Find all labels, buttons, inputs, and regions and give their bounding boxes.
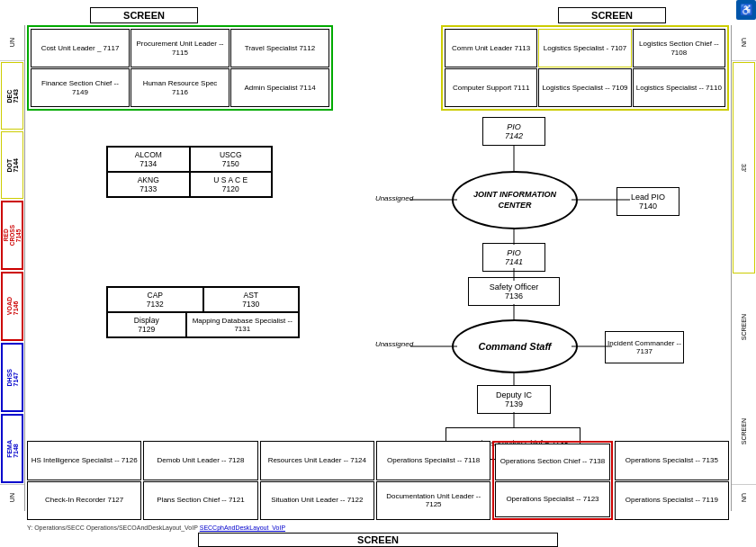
resources-unit-leader-box: Resources Unit Leader -- 7124 [260,441,374,480]
yellow-logistics-group: Comm Unit Leader 7113 Logistics Speciali… [441,25,729,111]
main-container: SCREEN SCREEN UN DEC7143 DOT7144 REDCROS… [0,0,756,547]
ast-cell: AST 7130 [203,287,300,312]
safety-officer-box: Safety Officer 7136 [468,277,560,306]
accessibility-icon[interactable]: ♿ [736,0,756,20]
hs-intelligence-box: HS Intelligence Specialist -- 7126 [27,441,141,480]
comm-unit-leader-box: Comm Unit Leader 7113 [445,29,537,67]
admin-specialist-box: Admin Specialist 7114 [230,68,329,107]
ops-section-chief-7138-box: Operations Section Chief -- 7138 [495,444,609,480]
uscg-cell: USCG 7150 [190,147,273,172]
bottom-section: HS Intelligence Specialist -- 7126 Check… [27,441,729,520]
agency-group-2: CAP 7132 AST 7130 Display 7129 Mapping D… [106,286,300,338]
ops-specialist-7118-box: Operations Specialist -- 7118 [376,441,490,480]
screen-bottom: SCREEN [198,533,558,547]
top-section: Cost Unit Leader _ 7117 Procurement Unit… [27,25,729,111]
mapping-cell: Mapping Database Specialist -- 7131 [186,312,299,337]
right-33: 33' [733,62,755,274]
bottom-group-4: Operations Specialist -- 7118 Documentat… [376,441,490,520]
ops-specialist-7119-box: Operations Specialist -- 7119 [615,481,729,521]
left-dec: DEC7143 [1,62,23,130]
left-dot: DOT7144 [1,131,23,199]
bottom-group-2: Demob Unit Leader -- 7128 Plans Section … [143,441,257,520]
agency-row-2: AKNG 7133 U S A C E 7120 [107,172,272,197]
right-screen-mid: SCREEN [732,274,756,380]
akng-cell: AKNG 7133 [107,172,190,197]
right-sidebar: UN 33' SCREEN SCREEN UN [731,25,756,511]
human-resource-spec-box: Human Resource Spec 7116 [130,68,230,107]
usace-cell: U S A C E 7120 [190,172,273,197]
footer-path: Y: Operations/SECC Operations/SECOAndDes… [27,525,285,531]
screen-top-left: SCREEN [90,7,198,23]
demob-unit-leader-box: Demob Unit Leader -- 7128 [143,441,257,480]
left-un-top: UN [0,25,24,61]
lead-pio-box: Lead PIO 7140 [616,187,680,216]
check-in-recorder-box: Check-In Recorder 7127 [27,481,141,521]
pio-7142-box: PIO 7142 [482,117,545,146]
pio-7141-box: PIO 7141 [482,243,545,272]
screen-top-right: SCREEN [558,7,666,23]
unassigned-2-label: Unassigned [367,340,421,348]
yellow-row-1: Comm Unit Leader 7113 Logistics Speciali… [445,29,725,67]
ops-specialist-7135-box: Operations Specialist -- 7135 [615,441,729,480]
green-row-1: Cost Unit Leader _ 7117 Procurement Unit… [31,29,329,67]
yellow-row-2: Computer Support 7111 Logistics Speciali… [445,68,725,107]
left-red-cross: REDCROSS7145 [1,201,23,270]
alcom-cell: ALCOM 7134 [107,147,190,172]
procurement-unit-leader-box: Procurement Unit Leader -- 7115 [130,29,230,67]
bottom-group-1: HS Intelligence Specialist -- 7126 Check… [27,441,141,520]
right-bottom: UN [732,484,756,511]
computer-support-box: Computer Support 7111 [445,68,537,107]
logistics-specialist-7109-box: Logistics Specialist -- 7109 [538,68,631,107]
green-finance-group: Cost Unit Leader _ 7117 Procurement Unit… [27,25,333,111]
left-sidebar: UN DEC7143 DOT7144 REDCROSS7145 VOAD7146… [0,25,25,511]
display-cell: Display 7129 [107,312,186,337]
left-un-bottom: UN [0,484,24,511]
bottom-group-5-red: Operations Section Chief -- 7138 Operati… [492,441,612,520]
joint-info-center-oval: JOINT INFORMATION CENTER [452,171,578,229]
travel-specialist-box: Travel Specialist 7112 [230,29,329,67]
documentation-unit-leader-box: Documentation Unit Leader -- 7125 [376,481,490,521]
logistics-specialist-7110-box: Logistics Specialist -- 7110 [633,68,725,107]
plans-section-chief-box: Plans Section Chief -- 7121 [143,481,257,521]
unassigned-1-label: Unassigned [367,194,421,202]
cost-unit-leader-box: Cost Unit Leader _ 7117 [31,29,130,67]
command-staff-oval: Command Staff [452,319,578,373]
left-voad: VOAD7146 [1,272,23,341]
agency-group-1: ALCOM 7134 USCG 7150 AKNG 7133 U S A C E… [106,146,273,198]
ops-specialist-7123-box: Operations Specialist -- 7123 [495,481,609,518]
right-screen-bot: SCREEN [732,380,756,485]
finance-section-chief-box: Finance Section Chief -- 7149 [31,68,130,107]
situation-unit-leader-box: Situation Unit Leader -- 7122 [260,481,374,521]
green-row-2: Finance Section Chief -- 7149 Human Reso… [31,68,329,107]
cap-cell: CAP 7132 [107,287,203,312]
left-dhss: DHSS7147 [1,343,23,412]
left-fema: FEMA7148 [1,414,23,483]
agency-row-2: Display 7129 Mapping Database Specialist… [107,312,299,337]
bottom-group-3: Resources Unit Leader -- 7124 Situation … [260,441,374,520]
bottom-group-6: Operations Specialist -- 7135 Operations… [615,441,729,520]
agency-row-1: ALCOM 7134 USCG 7150 [107,147,272,172]
incident-commander-box: Incident Commander -- 7137 [605,331,684,363]
logistics-section-chief-box: Logistics Section Chief -- 7108 [633,29,725,67]
deputy-ic-box: Deputy IC 7139 [477,385,551,414]
logistics-specialist-7107-box: Logistics Specialist - 7107 [538,29,631,67]
right-top: UN [732,25,756,61]
agency-row-1: CAP 7132 AST 7130 [107,287,299,312]
